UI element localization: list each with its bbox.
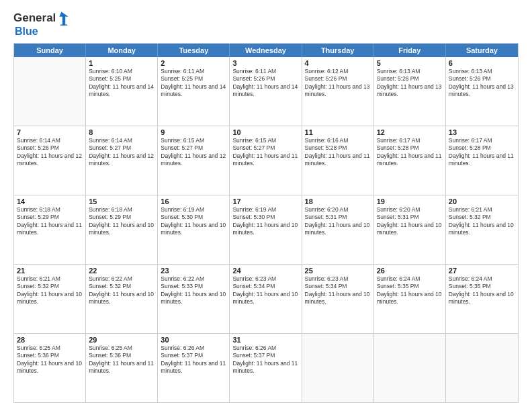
calendar-cell: 7 Sunrise: 6:14 AMSunset: 5:26 PMDayligh…: [14, 126, 86, 195]
logo-general: General: [13, 11, 56, 25]
svg-marker-0: [60, 11, 69, 26]
day-info: Sunrise: 6:18 AMSunset: 5:29 PMDaylight:…: [17, 206, 83, 237]
day-number: 11: [305, 128, 371, 136]
day-number: 22: [89, 267, 154, 275]
day-number: 2: [161, 59, 226, 67]
logo: General Blue: [13, 11, 72, 38]
calendar-cell: 21 Sunrise: 6:21 AMSunset: 5:32 PMDaylig…: [14, 265, 86, 333]
day-number: 1: [89, 59, 154, 67]
day-info: Sunrise: 6:13 AMSunset: 5:26 PMDaylight:…: [449, 68, 515, 99]
calendar-cell: 5 Sunrise: 6:13 AMSunset: 5:26 PMDayligh…: [374, 57, 446, 126]
calendar-cell: 22 Sunrise: 6:22 AMSunset: 5:32 PMDaylig…: [86, 265, 158, 333]
day-number: 31: [232, 336, 298, 344]
day-info: Sunrise: 6:21 AMSunset: 5:32 PMDaylight:…: [449, 206, 515, 237]
day-number: 4: [305, 59, 371, 67]
calendar-cell: 12 Sunrise: 6:17 AMSunset: 5:28 PMDaylig…: [374, 126, 446, 195]
calendar-cell: 20 Sunrise: 6:21 AMSunset: 5:32 PMDaylig…: [446, 195, 518, 264]
day-info: Sunrise: 6:21 AMSunset: 5:32 PMDaylight:…: [17, 275, 83, 306]
calendar-cell: 23 Sunrise: 6:22 AMSunset: 5:33 PMDaylig…: [158, 265, 230, 333]
calendar-cell: 24 Sunrise: 6:23 AMSunset: 5:34 PMDaylig…: [230, 265, 302, 333]
day-number: 15: [89, 197, 154, 205]
calendar-header: SundayMondayTuesdayWednesdayThursdayFrid…: [14, 44, 518, 57]
calendar-cell: 19 Sunrise: 6:20 AMSunset: 5:31 PMDaylig…: [374, 195, 446, 264]
calendar-cell: 17 Sunrise: 6:19 AMSunset: 5:30 PMDaylig…: [230, 195, 302, 264]
day-number: 27: [449, 267, 515, 275]
calendar-body: 1 Sunrise: 6:10 AMSunset: 5:25 PMDayligh…: [14, 57, 518, 402]
day-number: 18: [305, 197, 371, 205]
calendar-cell: 18 Sunrise: 6:20 AMSunset: 5:31 PMDaylig…: [302, 195, 374, 264]
day-number: 29: [89, 336, 154, 344]
calendar-cell: 15 Sunrise: 6:18 AMSunset: 5:29 PMDaylig…: [86, 195, 158, 264]
day-number: 20: [449, 197, 515, 205]
day-number: 23: [161, 267, 226, 275]
day-info: Sunrise: 6:23 AMSunset: 5:34 PMDaylight:…: [305, 275, 371, 306]
day-number: 30: [161, 336, 226, 344]
day-number: 21: [17, 267, 83, 275]
day-number: 12: [377, 128, 443, 136]
day-info: Sunrise: 6:15 AMSunset: 5:27 PMDaylight:…: [232, 137, 298, 168]
day-info: Sunrise: 6:12 AMSunset: 5:26 PMDaylight:…: [305, 68, 371, 99]
day-number: 17: [232, 197, 298, 205]
day-info: Sunrise: 6:10 AMSunset: 5:25 PMDaylight:…: [89, 68, 154, 99]
calendar-cell: 30 Sunrise: 6:26 AMSunset: 5:37 PMDaylig…: [158, 334, 230, 402]
calendar-header-cell: Saturday: [446, 44, 518, 57]
calendar-cell: 8 Sunrise: 6:14 AMSunset: 5:27 PMDayligh…: [86, 126, 158, 195]
day-number: 14: [17, 197, 83, 205]
calendar-cell: [374, 334, 446, 402]
calendar-header-cell: Wednesday: [230, 44, 302, 57]
calendar-cell: 10 Sunrise: 6:15 AMSunset: 5:27 PMDaylig…: [230, 126, 302, 195]
calendar-cell: 26 Sunrise: 6:24 AMSunset: 5:35 PMDaylig…: [374, 265, 446, 333]
calendar-header-cell: Thursday: [302, 44, 374, 57]
day-info: Sunrise: 6:15 AMSunset: 5:27 PMDaylight:…: [161, 137, 226, 168]
day-info: Sunrise: 6:16 AMSunset: 5:28 PMDaylight:…: [305, 137, 371, 168]
day-info: Sunrise: 6:17 AMSunset: 5:28 PMDaylight:…: [449, 137, 515, 168]
calendar-cell: 11 Sunrise: 6:16 AMSunset: 5:28 PMDaylig…: [302, 126, 374, 195]
calendar-week-row: 21 Sunrise: 6:21 AMSunset: 5:32 PMDaylig…: [14, 264, 518, 333]
calendar-cell: 4 Sunrise: 6:12 AMSunset: 5:26 PMDayligh…: [302, 57, 374, 126]
calendar-week-row: 1 Sunrise: 6:10 AMSunset: 5:25 PMDayligh…: [14, 57, 518, 126]
calendar-week-row: 28 Sunrise: 6:25 AMSunset: 5:36 PMDaylig…: [14, 333, 518, 402]
day-info: Sunrise: 6:22 AMSunset: 5:33 PMDaylight:…: [161, 275, 226, 306]
day-number: 16: [161, 197, 226, 205]
day-number: 9: [161, 128, 226, 136]
calendar-week-row: 7 Sunrise: 6:14 AMSunset: 5:26 PMDayligh…: [14, 126, 518, 195]
day-info: Sunrise: 6:19 AMSunset: 5:30 PMDaylight:…: [232, 206, 298, 237]
day-number: 13: [449, 128, 515, 136]
logo-blue-text: Blue: [15, 26, 38, 38]
day-info: Sunrise: 6:20 AMSunset: 5:31 PMDaylight:…: [377, 206, 443, 237]
calendar-cell: 13 Sunrise: 6:17 AMSunset: 5:28 PMDaylig…: [446, 126, 518, 195]
calendar-cell: 9 Sunrise: 6:15 AMSunset: 5:27 PMDayligh…: [158, 126, 230, 195]
day-number: 25: [305, 267, 371, 275]
day-info: Sunrise: 6:22 AMSunset: 5:32 PMDaylight:…: [89, 275, 154, 306]
day-info: Sunrise: 6:24 AMSunset: 5:35 PMDaylight:…: [377, 275, 443, 306]
day-info: Sunrise: 6:19 AMSunset: 5:30 PMDaylight:…: [161, 206, 226, 237]
day-info: Sunrise: 6:11 AMSunset: 5:25 PMDaylight:…: [161, 68, 226, 99]
day-info: Sunrise: 6:25 AMSunset: 5:36 PMDaylight:…: [17, 345, 83, 375]
day-info: Sunrise: 6:11 AMSunset: 5:26 PMDaylight:…: [232, 68, 298, 99]
day-info: Sunrise: 6:18 AMSunset: 5:29 PMDaylight:…: [89, 206, 154, 237]
day-number: 3: [232, 59, 298, 67]
day-info: Sunrise: 6:17 AMSunset: 5:28 PMDaylight:…: [377, 137, 443, 168]
calendar-cell: 14 Sunrise: 6:18 AMSunset: 5:29 PMDaylig…: [14, 195, 86, 264]
calendar-header-cell: Friday: [374, 44, 446, 57]
calendar-week-row: 14 Sunrise: 6:18 AMSunset: 5:29 PMDaylig…: [14, 195, 518, 264]
day-number: 8: [89, 128, 154, 136]
day-info: Sunrise: 6:14 AMSunset: 5:26 PMDaylight:…: [17, 137, 83, 168]
day-number: 5: [377, 59, 443, 67]
day-info: Sunrise: 6:26 AMSunset: 5:37 PMDaylight:…: [232, 345, 298, 375]
calendar-cell: 1 Sunrise: 6:10 AMSunset: 5:25 PMDayligh…: [86, 57, 158, 126]
day-info: Sunrise: 6:24 AMSunset: 5:35 PMDaylight:…: [449, 275, 515, 306]
day-number: 24: [232, 267, 298, 275]
day-info: Sunrise: 6:26 AMSunset: 5:37 PMDaylight:…: [161, 345, 226, 375]
day-number: 6: [449, 59, 515, 67]
calendar-cell: 2 Sunrise: 6:11 AMSunset: 5:25 PMDayligh…: [158, 57, 230, 126]
header: General Blue: [13, 11, 519, 38]
calendar-header-cell: Sunday: [14, 44, 86, 57]
logo-text: General: [13, 11, 72, 26]
day-info: Sunrise: 6:14 AMSunset: 5:27 PMDaylight:…: [89, 137, 154, 168]
calendar-cell: 3 Sunrise: 6:11 AMSunset: 5:26 PMDayligh…: [230, 57, 302, 126]
day-number: 28: [17, 336, 83, 344]
calendar-cell: 6 Sunrise: 6:13 AMSunset: 5:26 PMDayligh…: [446, 57, 518, 126]
calendar-cell: 28 Sunrise: 6:25 AMSunset: 5:36 PMDaylig…: [14, 334, 86, 402]
calendar-cell: [302, 334, 374, 402]
